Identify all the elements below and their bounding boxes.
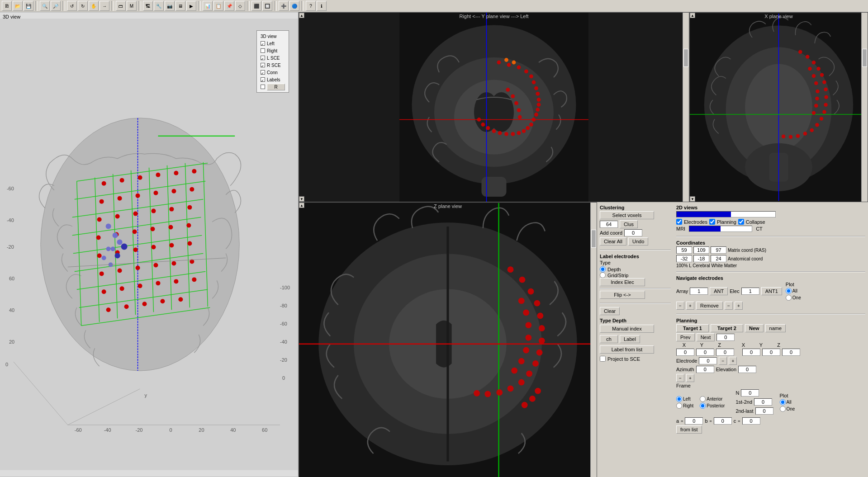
plan-z1-input[interactable] bbox=[716, 349, 734, 356]
yplane-scrollbar-v[interactable] bbox=[683, 13, 689, 202]
elec-plus-btn[interactable]: + bbox=[729, 357, 737, 365]
index-elec-btn[interactable]: Index Elec bbox=[600, 278, 645, 286]
frame-ant-radio[interactable] bbox=[700, 396, 706, 402]
az-plus-btn[interactable]: + bbox=[686, 374, 694, 382]
legend-cb-r[interactable] bbox=[261, 85, 265, 89]
yplane-scroll-up[interactable]: ▲ bbox=[299, 13, 304, 18]
frame-left-radio[interactable] bbox=[676, 396, 682, 402]
toolbar-btn-19[interactable]: 📌 bbox=[224, 1, 234, 11]
z-plane-view[interactable]: Z plane view ▲ ▼ bbox=[299, 202, 597, 477]
xplane-scroll-down[interactable]: ▼ bbox=[690, 196, 695, 202]
b-input[interactable] bbox=[714, 417, 732, 425]
legend-left[interactable]: Left bbox=[261, 40, 285, 47]
planning-cb[interactable] bbox=[709, 219, 715, 225]
y-plane-view[interactable]: Right <--- Y plane view ---> Left ▲ ▼ bbox=[299, 12, 689, 202]
remove-btn[interactable]: Remove bbox=[696, 302, 723, 310]
toolbar-btn-7[interactable]: ↻ bbox=[78, 1, 88, 11]
plan-z2-input[interactable] bbox=[782, 349, 800, 356]
clustering-number-input[interactable] bbox=[600, 221, 618, 228]
toolbar-btn-6[interactable]: ↺ bbox=[67, 1, 77, 11]
toolbar-btn-15[interactable]: 🖥 bbox=[175, 1, 185, 11]
toolbar-btn-23[interactable]: ➕ bbox=[279, 1, 289, 11]
1st2nd-input[interactable] bbox=[754, 398, 772, 406]
toolbar-btn-9[interactable]: → bbox=[100, 1, 109, 11]
elec-input[interactable] bbox=[741, 288, 759, 295]
toolbar-btn-17[interactable]: 📊 bbox=[203, 1, 213, 11]
clus-btn[interactable]: Clus bbox=[620, 220, 638, 228]
elec-minus-btn[interactable]: − bbox=[719, 357, 727, 365]
legend-cb-lsce[interactable] bbox=[261, 56, 265, 60]
plan-x2-input[interactable] bbox=[742, 349, 760, 356]
toolbar-btn-18[interactable]: 📋 bbox=[213, 1, 223, 11]
yplane-scroll-down[interactable]: ▼ bbox=[299, 196, 304, 202]
legend-rsce[interactable]: R SCE bbox=[261, 61, 285, 69]
toolbar-btn-13[interactable]: 🔧 bbox=[154, 1, 164, 11]
legend-labels[interactable]: Labels bbox=[261, 76, 285, 83]
a-input[interactable] bbox=[685, 417, 703, 425]
yplane-scrollthumb-v[interactable] bbox=[683, 49, 688, 67]
mri-slider[interactable] bbox=[689, 226, 752, 232]
az-minus-btn[interactable]: − bbox=[676, 374, 684, 382]
new-btn[interactable]: New bbox=[745, 324, 764, 332]
legend-conn[interactable]: Conn bbox=[261, 69, 285, 76]
toolbar-btn-21[interactable]: ⬛ bbox=[251, 1, 261, 11]
toolbar-btn-1[interactable]: 🖹 bbox=[2, 1, 12, 11]
collapse-cb[interactable] bbox=[738, 219, 744, 225]
clear-btn[interactable]: Clear bbox=[600, 307, 620, 315]
toolbar-btn-10[interactable]: 🗃 bbox=[116, 1, 126, 11]
xplane-scroll-up[interactable]: ▲ bbox=[690, 13, 695, 18]
2ndlast-input[interactable] bbox=[755, 407, 773, 415]
legend-lsce[interactable]: L SCE bbox=[261, 54, 285, 61]
legend-right[interactable]: Right bbox=[261, 47, 285, 54]
target1-btn[interactable]: Target 1 bbox=[676, 324, 709, 332]
electrodes-cb[interactable] bbox=[676, 219, 682, 225]
nav-elec-minus-btn[interactable]: − bbox=[725, 302, 733, 310]
ch-btn[interactable]: ch bbox=[600, 335, 618, 343]
toolbar-btn-2[interactable]: 📂 bbox=[13, 1, 23, 11]
label-from-list-btn[interactable]: Label from list bbox=[600, 345, 654, 354]
add-coord-input[interactable] bbox=[624, 229, 642, 236]
toolbar-btn-25[interactable]: ? bbox=[306, 1, 316, 11]
toolbar-btn-8[interactable]: ✋ bbox=[89, 1, 99, 11]
select-voxels-btn[interactable]: Select voxels bbox=[600, 211, 654, 219]
toolbar-btn-11[interactable]: M bbox=[127, 1, 137, 11]
legend-cb-conn[interactable] bbox=[261, 70, 265, 75]
toolbar-btn-22[interactable]: 🔲 bbox=[262, 1, 272, 11]
legend-cb-left[interactable] bbox=[261, 41, 265, 46]
toolbar-btn-3[interactable]: 💾 bbox=[24, 1, 33, 11]
array-input[interactable] bbox=[690, 288, 708, 295]
legend-r[interactable]: R bbox=[261, 83, 285, 90]
clear-all-btn[interactable]: Clear All bbox=[600, 237, 626, 246]
target2-btn[interactable]: Target 2 bbox=[711, 324, 743, 332]
n-input[interactable] bbox=[741, 389, 759, 397]
toolbar-btn-12[interactable]: 🏗 bbox=[143, 1, 153, 11]
plan-all-radio[interactable] bbox=[780, 399, 786, 405]
toolbar-btn-4[interactable]: 🔍 bbox=[40, 1, 50, 11]
frame-right-radio[interactable] bbox=[676, 403, 682, 409]
nav-plot-one-radio[interactable] bbox=[786, 295, 792, 301]
zplane-scrollthumb-v[interactable] bbox=[591, 230, 596, 248]
legend-cb-labels[interactable] bbox=[261, 77, 265, 82]
twoD-slider[interactable] bbox=[676, 211, 776, 217]
xplane-scrollthumb-v[interactable] bbox=[862, 49, 867, 67]
plan-x1-input[interactable] bbox=[676, 349, 694, 356]
toolbar-btn-24[interactable]: 🔵 bbox=[289, 1, 299, 11]
prev-btn[interactable]: Prev bbox=[676, 333, 695, 341]
ant-btn[interactable]: ANT bbox=[710, 287, 728, 295]
undo-btn[interactable]: Undo bbox=[628, 237, 648, 246]
project-to-sce-cb[interactable] bbox=[600, 356, 606, 362]
nav-plus-btn[interactable]: + bbox=[686, 302, 694, 310]
nav-minus-btn[interactable]: − bbox=[676, 302, 684, 310]
plan-one-radio[interactable] bbox=[780, 406, 786, 412]
x-plane-view[interactable]: X plane view ▲ ▼ bbox=[689, 12, 868, 202]
xplane-scrollbar-v[interactable] bbox=[861, 13, 868, 202]
label-btn[interactable]: Label bbox=[620, 335, 640, 343]
zplane-scroll-up[interactable]: ▲ bbox=[299, 203, 304, 208]
toolbar-btn-5[interactable]: 🔎 bbox=[51, 1, 61, 11]
toolbar-btn-16[interactable]: ▶ bbox=[186, 1, 196, 11]
brain-3d-view[interactable]: -60 -40 -20 0 20 40 60 y 0 20 40 60 -20 … bbox=[0, 12, 298, 477]
frame-post-radio[interactable] bbox=[700, 403, 706, 409]
flip-btn[interactable]: Flip <-> bbox=[600, 291, 645, 299]
c-input[interactable] bbox=[742, 417, 760, 425]
plan-y1-input[interactable] bbox=[696, 349, 714, 356]
